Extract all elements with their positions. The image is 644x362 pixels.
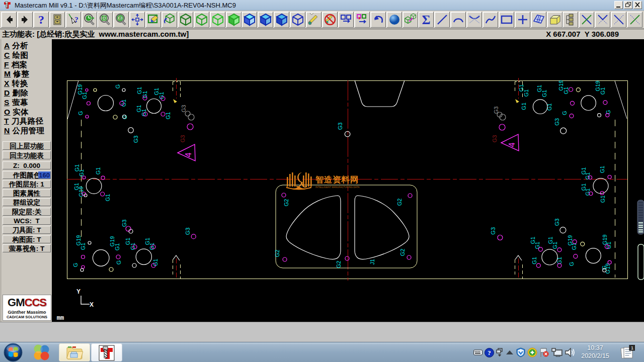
svg-text:G1: G1: [600, 196, 606, 203]
svg-text:G3: G3: [490, 227, 496, 235]
svg-text:G1: G1: [600, 87, 606, 95]
svg-text:G2: G2: [274, 250, 280, 257]
svg-text:G: G: [116, 260, 122, 265]
svg-text:?: ?: [74, 16, 78, 24]
svg-text:G1: G1: [114, 243, 120, 251]
svg-text:G3: G3: [554, 118, 560, 126]
svg-text:G3: G3: [337, 123, 343, 130]
svg-text:X: X: [90, 301, 94, 308]
svg-text:G1: G1: [105, 194, 111, 202]
svg-text:G1: G1: [599, 166, 605, 173]
svg-text:G3: G3: [133, 136, 139, 143]
svg-text:Σ: Σ: [422, 13, 430, 26]
svg-text:G1: G1: [546, 103, 552, 111]
svg-text:G1: G1: [80, 243, 86, 250]
svg-text:G1: G1: [563, 87, 569, 95]
svg-text:G: G: [77, 111, 84, 116]
svg-text:G3: G3: [181, 105, 187, 113]
svg-text:G1: G1: [556, 257, 562, 264]
svg-text:G3: G3: [492, 135, 498, 143]
svg-text:G3: G3: [185, 228, 191, 235]
svg-text:4: 4: [184, 152, 193, 157]
svg-text:智造资料网: 智造资料网: [315, 175, 359, 184]
svg-text:?: ?: [488, 349, 491, 356]
svg-text:mm: mm: [57, 315, 64, 322]
svg-text:G2: G2: [396, 199, 403, 206]
svg-text:G2: G2: [399, 249, 406, 256]
svg-text:G: G: [115, 84, 121, 89]
svg-text:G1: G1: [95, 167, 101, 175]
svg-text:G1: G1: [531, 257, 537, 264]
svg-text:G1: G1: [82, 92, 88, 100]
svg-text:G: G: [72, 263, 78, 267]
svg-text:G1: G1: [552, 242, 558, 249]
svg-text:1: 1: [631, 345, 633, 350]
svg-text:G1: G1: [78, 169, 85, 177]
svg-text:G1: G1: [541, 90, 547, 98]
svg-text:G1: G1: [521, 103, 527, 110]
svg-text:G: G: [561, 111, 568, 115]
svg-text:INTELLIGENT MANUFACTURING DATA: INTELLIGENT MANUFACTURING DATA: [315, 186, 360, 189]
svg-text:G: G: [569, 262, 575, 266]
svg-text:G3: G3: [121, 220, 127, 227]
svg-text:G1: G1: [523, 89, 529, 97]
svg-text:8: 8: [119, 16, 122, 21]
svg-text:G1: G1: [158, 92, 165, 100]
svg-text:Y: Y: [76, 288, 80, 295]
svg-text:4: 4: [508, 142, 516, 147]
svg-text:?: ?: [38, 13, 44, 26]
svg-text:G3: G3: [180, 135, 186, 143]
svg-text:G2: G2: [336, 261, 342, 268]
svg-text:G2: G2: [283, 199, 289, 207]
svg-text:J1: J1: [369, 259, 375, 265]
svg-text:G1: G1: [165, 112, 171, 120]
svg-text:G3: G3: [554, 219, 560, 226]
